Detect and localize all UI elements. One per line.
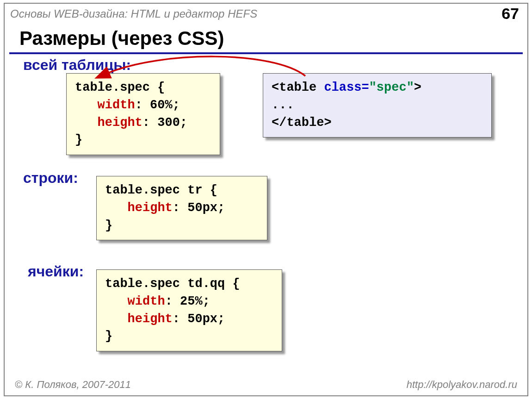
css-box-cell: table.spec td.qq { width: 25%; height: 5… [96,269,282,351]
label-cell: ячейки: [28,263,84,280]
footer-author: © К. Поляков, 2007-2011 [15,379,131,391]
header-bar: Основы WEB-дизайна: HTML и редактор HEFS… [5,4,527,24]
footer: © К. Поляков, 2007-2011 http://kpolyakov… [5,379,527,391]
slide: Основы WEB-дизайна: HTML и редактор HEFS… [4,3,528,396]
page-number: 67 [501,5,519,23]
css-box-row: table.spec tr { height: 50px; } [96,176,267,240]
label-whole-table: всей таблицы: [23,56,131,74]
css-box-table: table.spec { width: 60%; height: 300; } [66,73,220,155]
footer-url: http://kpolyakov.narod.ru [407,379,517,391]
html-box-table: <table class="spec"> ... </table> [263,73,492,138]
label-row: строки: [23,169,78,187]
slide-title: Размеры (через CSS) [9,24,523,54]
course-title: Основы WEB-дизайна: HTML и редактор HEFS [10,7,257,20]
